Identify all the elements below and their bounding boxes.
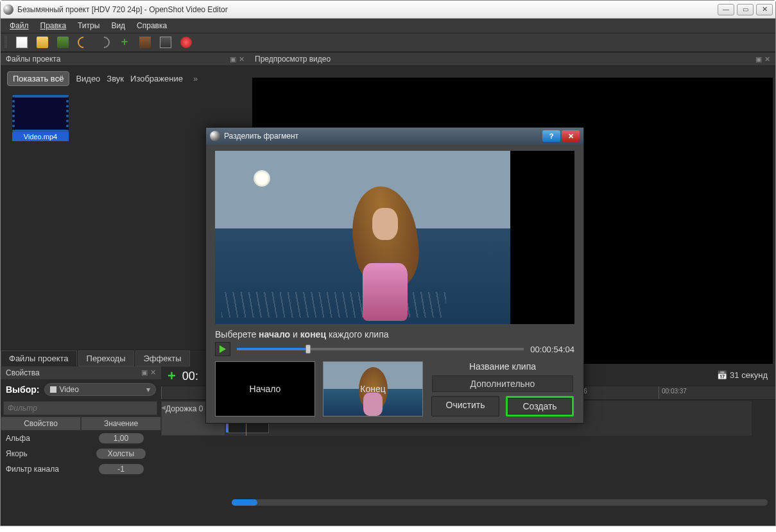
- prop-value[interactable]: -1: [99, 464, 144, 474]
- file-thumbnail-icon: [12, 95, 69, 132]
- ruler-mark: 00:03:37: [659, 386, 758, 399]
- toolbar-handle[interactable]: [4, 36, 7, 49]
- close-props-icon[interactable]: ✕: [150, 368, 156, 377]
- fullscreen-icon[interactable]: [160, 37, 171, 48]
- open-project-icon[interactable]: [37, 37, 48, 48]
- property-row: Альфа 1,00: [1, 431, 161, 446]
- undock-props-icon[interactable]: ▣: [141, 368, 148, 377]
- redo-icon[interactable]: [96, 34, 112, 50]
- selector-value: Video: [59, 385, 78, 394]
- preview-title: Предпросмотр видео: [255, 55, 331, 64]
- maximize-button[interactable]: ▭: [737, 4, 754, 15]
- dialog-preview[interactable]: [215, 151, 574, 324]
- filter-image[interactable]: Изображение: [130, 74, 183, 83]
- split-clip-dialog: Разделить фрагмент ? ✕ Выберете начало и…: [205, 127, 584, 424]
- close-preview-icon[interactable]: ✕: [764, 55, 770, 64]
- col-property[interactable]: Свойство: [1, 416, 81, 431]
- prop-name: Альфа: [1, 434, 81, 443]
- timeline-time: 00:: [182, 370, 198, 383]
- project-files-title: Файлы проекта: [6, 55, 60, 64]
- tab-project-files[interactable]: Файлы проекта: [1, 350, 77, 366]
- properties-title: Свойства: [6, 368, 40, 377]
- prop-value[interactable]: 1,00: [99, 433, 144, 443]
- undock-preview-icon[interactable]: ▣: [755, 55, 762, 64]
- timeline-duration[interactable]: 31 секунд: [717, 370, 768, 380]
- undock-icon[interactable]: ▣: [230, 55, 236, 64]
- timeline-scrollbar[interactable]: [232, 499, 768, 506]
- dialog-titlebar[interactable]: Разделить фрагмент ? ✕: [206, 128, 583, 144]
- col-value[interactable]: Значение: [81, 416, 161, 431]
- menu-view[interactable]: Вид: [106, 20, 130, 31]
- menu-titles[interactable]: Титры: [73, 20, 105, 31]
- titlebar[interactable]: Безымянный проект [HDV 720 24p] - OpenSh…: [1, 1, 775, 19]
- dialog-play-button[interactable]: [215, 342, 230, 356]
- new-project-icon[interactable]: [16, 37, 28, 48]
- minimize-button[interactable]: —: [718, 4, 734, 15]
- selector-label: Выбор:: [6, 384, 39, 395]
- dialog-title: Разделить фрагмент: [224, 132, 298, 141]
- undo-icon[interactable]: [75, 34, 91, 50]
- filter-show-all[interactable]: Показать всё: [7, 71, 69, 86]
- start-thumb[interactable]: Начало: [215, 361, 315, 416]
- import-icon[interactable]: +: [119, 37, 130, 48]
- dialog-instruction: Выберете начало и конец каждого клипа: [215, 324, 574, 342]
- preview-header: Предпросмотр видео ▣ ✕: [250, 52, 775, 66]
- prop-value[interactable]: Холсты: [96, 449, 146, 459]
- toolbar: +: [1, 33, 775, 52]
- choose-profile-icon[interactable]: [139, 37, 151, 48]
- dialog-close-button[interactable]: ✕: [562, 130, 580, 142]
- dialog-time: 00:00:54:04: [530, 345, 574, 354]
- clip-color-swatch-icon: [50, 386, 56, 393]
- property-row: Фильтр канала -1: [1, 461, 161, 477]
- clear-button[interactable]: Очистить: [431, 396, 499, 416]
- play-icon: [220, 345, 226, 353]
- project-file-item[interactable]: Video.mp4: [12, 95, 69, 141]
- window-title: Безымянный проект [HDV 720 24p] - OpenSh…: [17, 5, 718, 14]
- tab-transitions[interactable]: Переходы: [78, 350, 134, 366]
- start-label: Начало: [250, 384, 281, 394]
- close-panel-icon[interactable]: ✕: [239, 55, 245, 64]
- dialog-help-button[interactable]: ?: [542, 130, 560, 142]
- properties-panel: Свойства ▣ ✕ Выбор: Video ▾ Свойство Зна…: [1, 366, 161, 477]
- prop-name: Якорь: [1, 449, 81, 458]
- save-project-icon[interactable]: [57, 37, 69, 48]
- property-filter-input[interactable]: [3, 401, 157, 415]
- dialog-seek-slider[interactable]: [237, 348, 524, 350]
- clip-name-label: Название клипа: [469, 361, 536, 372]
- advanced-button[interactable]: Дополнительно: [432, 375, 573, 392]
- scrollbar-thumb[interactable]: [232, 499, 257, 506]
- filter-video[interactable]: Видео: [76, 74, 100, 83]
- prop-name: Фильтр канала: [1, 465, 81, 474]
- clip-selector-dropdown[interactable]: Video ▾: [44, 383, 156, 396]
- end-thumb[interactable]: Конец: [323, 361, 423, 416]
- dialog-icon: [210, 131, 220, 141]
- menu-help[interactable]: Справка: [132, 20, 172, 31]
- filter-audio[interactable]: Звук: [107, 74, 124, 83]
- seek-handle[interactable]: [306, 345, 311, 354]
- file-name-label: Video.mp4: [12, 132, 69, 141]
- menu-file[interactable]: Файл: [4, 20, 34, 31]
- property-row: Якорь Холсты: [1, 446, 161, 461]
- export-icon[interactable]: [180, 37, 192, 48]
- menu-edit[interactable]: Правка: [35, 20, 72, 31]
- more-filters-icon[interactable]: »: [193, 74, 198, 83]
- add-track-icon[interactable]: +: [168, 368, 176, 384]
- track-name: Дорожка 0: [166, 404, 203, 413]
- close-button[interactable]: ✕: [756, 4, 773, 15]
- create-button[interactable]: Создать: [506, 396, 574, 416]
- end-label: Конец: [360, 384, 385, 394]
- chevron-down-icon: ▾: [146, 385, 150, 394]
- menubar: Файл Правка Титры Вид Справка: [1, 19, 775, 33]
- project-files-header: Файлы проекта ▣ ✕: [1, 52, 250, 66]
- tab-effects[interactable]: Эффекты: [135, 350, 190, 366]
- app-icon: [3, 4, 13, 15]
